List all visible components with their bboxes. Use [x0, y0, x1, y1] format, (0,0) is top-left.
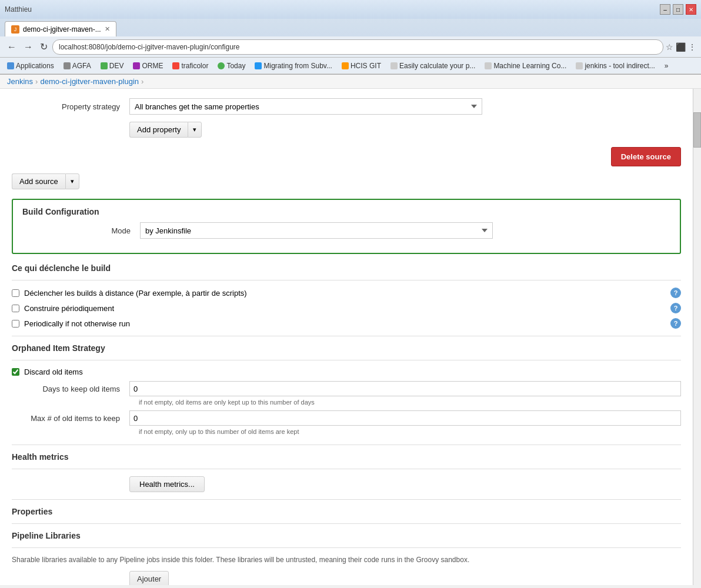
bookmark-ml-label: Machine Learning Co... — [493, 62, 566, 70]
refresh-button[interactable]: ↻ — [38, 40, 50, 54]
property-strategy-select[interactable]: All branches get the same properties — [129, 98, 482, 115]
breadcrumb: Jenkins › demo-ci-jgitver-maven-plugin › — [0, 75, 701, 89]
property-strategy-row: Property strategy All branches get the s… — [12, 98, 681, 115]
max-hint: if not empty, only up to this number of … — [139, 428, 681, 435]
menu-icon[interactable]: ⋮ — [688, 42, 696, 52]
pipeline-title: Pipeline Libraries — [12, 531, 681, 540]
extension-icon[interactable]: ⬛ — [676, 42, 686, 52]
bookmark-apps[interactable]: Applications — [5, 61, 56, 71]
bookmark-agfa-label: AGFA — [72, 62, 91, 70]
add-property-row: Add property ▾ — [129, 122, 681, 138]
address-bar[interactable]: localhost:8080/job/demo-ci-jgitver-maven… — [52, 39, 663, 55]
add-property-dropdown-button[interactable]: ▾ — [188, 122, 202, 138]
orphaned-title-divider — [12, 360, 681, 360]
property-strategy-label: Property strategy — [12, 102, 129, 111]
bookmark-orme[interactable]: ORME — [131, 61, 165, 71]
max-label: Max # of old items to keep — [12, 414, 129, 423]
discard-row: Discard old items — [12, 368, 681, 376]
trigger-item-3: Periodically if not otherwise run ? — [12, 318, 681, 329]
tab-favicon: J — [11, 25, 19, 34]
days-hint: if not empty, old items are only kept up… — [139, 399, 681, 406]
breadcrumb-project[interactable]: demo-ci-jgitver-maven-plugin — [40, 77, 139, 86]
trigger3-checkbox[interactable] — [12, 320, 19, 328]
breadcrumb-jenkins[interactable]: Jenkins — [7, 77, 33, 86]
title-bar: Matthieu – □ ✕ — [0, 0, 701, 19]
orphaned-title: Orphaned Item Strategy — [12, 343, 681, 353]
star-icon[interactable]: ☆ — [666, 42, 673, 52]
scrollbar-thumb[interactable] — [693, 112, 701, 148]
migrating-icon — [255, 62, 262, 69]
max-input[interactable] — [129, 410, 681, 426]
mode-label: Mode — [22, 226, 140, 235]
bookmark-calc[interactable]: Easily calculate your p... — [388, 61, 478, 71]
bookmark-hcis[interactable]: HCIS GIT — [339, 61, 383, 71]
mode-select[interactable]: by Jenkinsfile — [140, 222, 493, 239]
trigger2-checkbox[interactable] — [12, 305, 19, 312]
bookmark-today-label: Today — [226, 62, 245, 70]
days-row: Days to keep old items — [12, 381, 681, 396]
forward-button[interactable]: → — [21, 41, 35, 54]
triggers-title: Ce qui déclenche le build — [12, 263, 681, 273]
close-button[interactable]: ✕ — [686, 4, 696, 15]
days-label: Days to keep old items — [12, 385, 129, 393]
trigger3-help-icon[interactable]: ? — [670, 318, 681, 329]
discard-checkbox[interactable] — [12, 368, 19, 376]
trafi-icon — [172, 62, 179, 69]
active-tab[interactable]: J demo-ci-jgitver-maven-... ✕ — [5, 21, 116, 36]
ajouter-button[interactable]: Ajouter — [129, 571, 169, 585]
add-property-split-button: Add property ▾ — [129, 122, 202, 138]
discard-label: Discard old items — [24, 368, 83, 376]
properties-title: Properties — [12, 507, 681, 516]
add-source-dropdown-button[interactable]: ▾ — [65, 173, 79, 189]
bookmark-agfa[interactable]: AGFA — [61, 61, 94, 71]
pipeline-title-divider — [12, 547, 681, 548]
health-section: Health metrics Health metrics... — [12, 452, 681, 492]
bookmark-today[interactable]: Today — [215, 61, 248, 71]
ml-icon — [485, 62, 492, 69]
triggers-section: Ce qui déclenche le build Déclencher les… — [12, 263, 681, 329]
bookmark-trafi-label: traficolor — [181, 62, 208, 70]
property-strategy-control: All branches get the same properties — [129, 98, 681, 115]
add-source-row: Add source ▾ — [12, 173, 681, 189]
scrollbar[interactable] — [693, 89, 701, 585]
trigger-item-2: Construire périodiquement ? — [12, 303, 681, 313]
bookmarks-bar: Applications AGFA DEV ORME traficolor To… — [0, 58, 701, 74]
trigger1-help-icon[interactable]: ? — [670, 288, 681, 298]
tab-title: demo-ci-jgitver-maven-... — [23, 25, 101, 34]
days-input[interactable] — [129, 381, 681, 396]
orme-icon — [133, 62, 140, 69]
main-content: Property strategy All branches get the s… — [0, 89, 693, 585]
trigger1-label: Déclencher les builds à distance (Par ex… — [24, 289, 247, 298]
bookmark-trafi[interactable]: traficolor — [170, 61, 211, 71]
bookmark-ml[interactable]: Machine Learning Co... — [482, 61, 569, 71]
add-source-split-button: Add source ▾ — [12, 173, 681, 189]
bookmark-more[interactable]: » — [662, 61, 671, 71]
back-button[interactable]: ← — [5, 41, 19, 54]
content-wrapper: Property strategy All branches get the s… — [0, 89, 701, 585]
hcis-icon — [342, 62, 349, 69]
add-property-button[interactable]: Add property — [129, 122, 188, 138]
mode-row: Mode by Jenkinsfile — [22, 222, 670, 239]
triggers-divider — [12, 280, 681, 280]
tab-close-icon[interactable]: ✕ — [105, 25, 110, 33]
trigger1-checkbox[interactable] — [12, 289, 19, 297]
max-row: Max # of old items to keep — [12, 410, 681, 426]
bookmark-hcis-label: HCIS GIT — [350, 62, 381, 70]
add-source-button[interactable]: Add source — [12, 173, 65, 189]
minimize-button[interactable]: – — [660, 4, 670, 15]
bookmark-migrating[interactable]: Migrating from Subv... — [252, 61, 334, 71]
props-divider — [12, 499, 681, 500]
health-title: Health metrics — [12, 452, 681, 462]
build-config-title: Build Configuration — [22, 207, 670, 216]
delete-source-button[interactable]: Delete source — [611, 147, 681, 166]
bookmark-jenkins[interactable]: jenkins - tool indirect... — [573, 61, 657, 71]
bookmark-dev[interactable]: DEV — [98, 61, 126, 71]
health-metrics-button[interactable]: Health metrics... — [129, 476, 205, 492]
maximize-button[interactable]: □ — [673, 4, 683, 15]
jenkins-icon — [576, 62, 583, 69]
trigger2-help-icon[interactable]: ? — [670, 303, 681, 313]
user-label: Matthieu — [5, 5, 32, 14]
bookmark-calc-label: Easily calculate your p... — [399, 62, 475, 70]
orphaned-section: Orphaned Item Strategy Discard old items… — [12, 343, 681, 435]
dev-icon — [101, 62, 108, 69]
